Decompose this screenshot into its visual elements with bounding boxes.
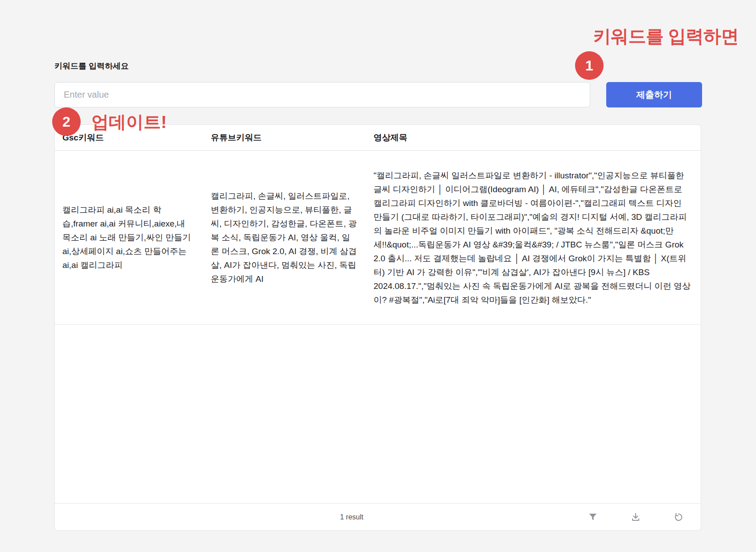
results-table: Gsc키워드 유튜브키워드 영상제목 캘리그라피 ai,ai 목소리 학습,fr… bbox=[54, 124, 701, 531]
keyword-input[interactable] bbox=[54, 82, 590, 107]
table-footer-actions bbox=[588, 512, 684, 523]
step-2-number: 2 bbox=[62, 114, 70, 130]
download-icon[interactable] bbox=[630, 512, 641, 523]
annotation-headline: 키워드를 입력하면 bbox=[593, 24, 739, 49]
cell-youtube-keywords[interactable]: 캘리그라피, 손글씨, 일러스트파일로, 변환하기, 인공지능으로, 뷰티풀한,… bbox=[203, 181, 366, 294]
table-row[interactable]: 캘리그라피 ai,ai 목소리 학습,framer ai,ai 커뮤니티,aie… bbox=[55, 151, 701, 325]
cell-gsc-keywords[interactable]: 캘리그라피 ai,ai 목소리 학습,framer ai,ai 커뮤니티,aie… bbox=[55, 195, 203, 280]
annotation-update-label: 업데이트! bbox=[91, 110, 167, 134]
step-1-badge: 1 bbox=[575, 51, 604, 80]
step-2-badge: 2 bbox=[52, 107, 81, 136]
keyword-input-label: 키워드를 입력하세요 bbox=[54, 61, 129, 71]
filter-icon[interactable] bbox=[588, 512, 598, 523]
table-empty-area bbox=[55, 325, 701, 503]
table-footer: 1 result bbox=[55, 503, 701, 530]
column-header-video-titles[interactable]: 영상제목 bbox=[366, 132, 701, 144]
result-count: 1 result bbox=[340, 513, 363, 521]
column-header-youtube-keywords[interactable]: 유튜브키워드 bbox=[203, 132, 366, 144]
refresh-icon[interactable] bbox=[673, 512, 684, 523]
step-1-number: 1 bbox=[585, 58, 593, 74]
submit-button[interactable]: 제출하기 bbox=[606, 82, 702, 107]
cell-video-titles[interactable]: "캘리그라피, 손글씨 일러스트파일로 변환하기 - illustrator",… bbox=[366, 161, 701, 315]
